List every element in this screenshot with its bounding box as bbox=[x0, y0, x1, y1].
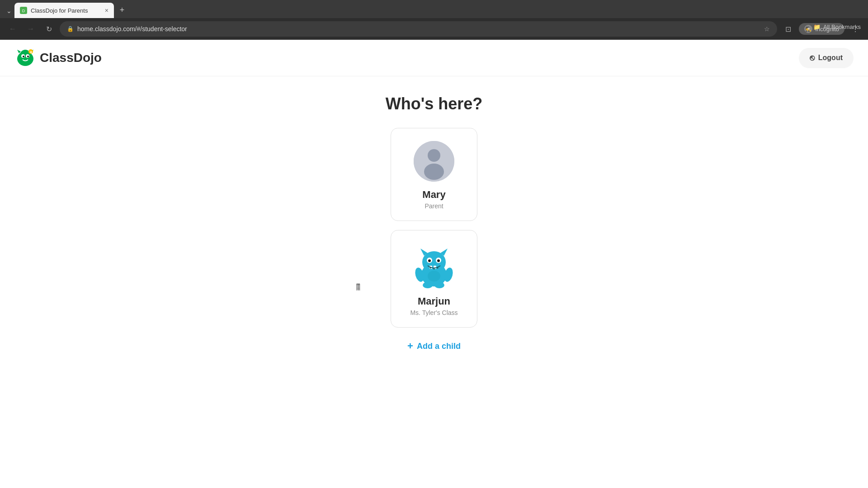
classdojo-logo-icon: ★ bbox=[14, 47, 36, 69]
student-card-subtitle: Ms. Tyler's Class bbox=[410, 309, 458, 316]
page-heading: Who's here? bbox=[386, 94, 483, 113]
svg-point-32 bbox=[437, 267, 439, 268]
browser-chrome: ⌄ D ClassDojo for Parents × + ← → ↻ 🔒 ho… bbox=[0, 0, 868, 40]
profile-button[interactable]: ⊡ bbox=[781, 22, 795, 36]
logo-area: ★ ClassDojo bbox=[14, 47, 102, 69]
tab-favicon: D bbox=[20, 7, 27, 14]
browser-tabs: ⌄ D ClassDojo for Parents × + bbox=[0, 0, 868, 18]
svg-marker-8 bbox=[17, 50, 21, 53]
student-card[interactable]: Marjun Ms. Tyler's Class bbox=[391, 230, 477, 328]
logout-label: Logout bbox=[818, 54, 843, 62]
svg-point-29 bbox=[428, 271, 440, 282]
svg-point-16 bbox=[422, 251, 446, 273]
parent-avatar bbox=[414, 141, 454, 182]
svg-point-7 bbox=[27, 56, 29, 57]
svg-point-28 bbox=[434, 282, 444, 288]
bookmarks-folder-icon: 📁 bbox=[813, 23, 821, 30]
svg-point-30 bbox=[430, 267, 431, 268]
parent-card-name: Mary bbox=[422, 189, 445, 201]
address-bar[interactable]: 🔒 home.classdojo.com/#/student-selector … bbox=[60, 21, 777, 37]
back-button[interactable]: ← bbox=[5, 22, 20, 36]
parent-card[interactable]: Mary Parent bbox=[391, 128, 477, 221]
forward-button[interactable]: → bbox=[24, 22, 38, 36]
student-card-name: Marjun bbox=[418, 296, 450, 307]
main-content: Who's here? Mary Parent bbox=[0, 76, 868, 352]
svg-point-22 bbox=[437, 259, 440, 262]
reload-button[interactable]: ↻ bbox=[42, 22, 56, 36]
tab-title: ClassDojo for Parents bbox=[31, 7, 101, 14]
tab-nav-button[interactable]: ⌄ bbox=[4, 5, 14, 16]
logout-button[interactable]: ⎋ Logout bbox=[799, 48, 854, 68]
svg-point-31 bbox=[434, 268, 435, 269]
student-avatar bbox=[411, 243, 457, 288]
page-content: ★ ClassDojo ⎋ Logout Who's here? Ma bbox=[0, 40, 868, 488]
logout-icon: ⎋ bbox=[810, 53, 815, 63]
new-tab-button[interactable]: + bbox=[116, 4, 128, 16]
bookmarks-label[interactable]: All Bookmarks bbox=[823, 23, 861, 30]
svg-point-27 bbox=[423, 282, 433, 288]
monster-icon bbox=[411, 242, 457, 290]
tab-close-button[interactable]: × bbox=[105, 7, 108, 14]
svg-text:★: ★ bbox=[29, 50, 33, 54]
svg-point-13 bbox=[428, 149, 440, 162]
url-text: home.classdojo.com/#/student-selector bbox=[77, 25, 760, 33]
bookmark-star-icon[interactable]: ☆ bbox=[764, 25, 770, 33]
svg-text:D: D bbox=[22, 9, 25, 13]
profile-icon: ⊡ bbox=[785, 25, 791, 33]
lock-icon: 🔒 bbox=[67, 26, 74, 32]
logo-text: ClassDojo bbox=[40, 51, 102, 65]
add-child-button[interactable]: + Add a child bbox=[407, 340, 461, 352]
parent-card-subtitle: Parent bbox=[425, 202, 443, 210]
svg-point-21 bbox=[428, 259, 431, 262]
browser-tab-active[interactable]: D ClassDojo for Parents × bbox=[14, 3, 114, 18]
incognito-icon: 🕵 bbox=[804, 25, 812, 33]
browser-toolbar: ← → ↻ 🔒 home.classdojo.com/#/student-sel… bbox=[0, 18, 868, 40]
svg-point-6 bbox=[23, 56, 24, 57]
svg-point-14 bbox=[424, 164, 444, 180]
bookmarks-bar: 📁 All Bookmarks bbox=[813, 23, 861, 30]
add-child-label: Add a child bbox=[417, 342, 461, 351]
plus-icon: + bbox=[407, 340, 413, 352]
site-header: ★ ClassDojo ⎋ Logout bbox=[0, 40, 868, 76]
parent-silhouette-icon bbox=[414, 141, 454, 182]
